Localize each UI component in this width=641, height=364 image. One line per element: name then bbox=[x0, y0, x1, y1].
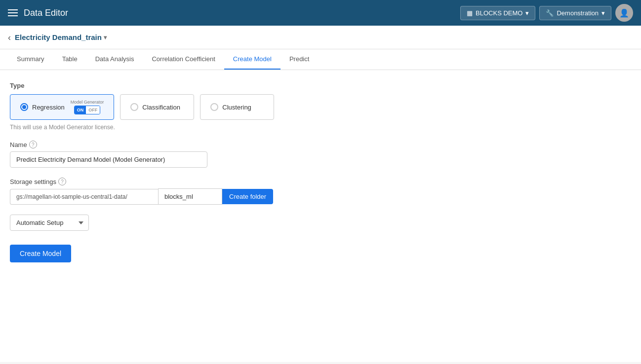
blocks-demo-icon: ▦ bbox=[467, 9, 473, 17]
create-folder-button[interactable]: Create folder bbox=[222, 189, 273, 204]
demonstration-chevron: ▾ bbox=[601, 9, 605, 17]
regression-radio[interactable] bbox=[20, 103, 28, 111]
main-content: Type Regression Model Generator ON OFF C… bbox=[0, 70, 641, 362]
avatar-icon: 👤 bbox=[619, 8, 629, 18]
blocks-demo-button[interactable]: ▦ BLOCKS DEMO ▾ bbox=[460, 6, 535, 20]
tab-table[interactable]: Table bbox=[53, 49, 86, 70]
name-section: Name ? bbox=[10, 141, 631, 168]
storage-row: Create folder bbox=[10, 188, 631, 205]
classification-radio[interactable] bbox=[130, 103, 138, 111]
type-option-regression[interactable]: Regression Model Generator ON OFF bbox=[10, 94, 114, 120]
back-button[interactable]: ‹ bbox=[8, 33, 11, 42]
dataset-dropdown-arrow[interactable]: ▾ bbox=[104, 34, 107, 41]
hamburger-menu[interactable] bbox=[8, 9, 18, 16]
type-section: Type Regression Model Generator ON OFF C… bbox=[10, 82, 631, 131]
storage-help-icon[interactable]: ? bbox=[58, 178, 66, 185]
toggle-off[interactable]: OFF bbox=[86, 106, 100, 114]
user-avatar[interactable]: 👤 bbox=[615, 4, 633, 22]
demonstration-button[interactable]: 🔧 Demonstration ▾ bbox=[539, 6, 611, 20]
clustering-radio[interactable] bbox=[210, 103, 218, 111]
toggle-switch[interactable]: ON OFF bbox=[74, 106, 101, 114]
name-input[interactable] bbox=[10, 151, 207, 168]
storage-field-label: Storage settings ? bbox=[10, 178, 631, 185]
regression-label: Regression bbox=[32, 104, 65, 111]
app-title: Data Editor bbox=[24, 8, 68, 18]
create-model-button[interactable]: Create Model bbox=[10, 245, 71, 262]
setup-dropdown[interactable]: Automatic Setup Manual Setup bbox=[10, 215, 89, 231]
type-label: Type bbox=[10, 82, 631, 89]
tab-create-model[interactable]: Create Model bbox=[224, 49, 280, 70]
dataset-name: Electricity Demand_train ▾ bbox=[15, 33, 107, 41]
wrench-icon: 🔧 bbox=[546, 9, 554, 17]
type-options: Regression Model Generator ON OFF Classi… bbox=[10, 94, 631, 120]
model-generator-toggle[interactable]: Model Generator ON OFF bbox=[71, 100, 104, 114]
storage-folder-input[interactable] bbox=[158, 188, 222, 205]
name-help-icon[interactable]: ? bbox=[29, 141, 37, 148]
toggle-on[interactable]: ON bbox=[75, 106, 86, 114]
sub-header: ‹ Electricity Demand_train ▾ bbox=[0, 26, 641, 49]
type-option-classification[interactable]: Classification bbox=[120, 94, 194, 120]
blocks-demo-chevron: ▾ bbox=[525, 9, 529, 17]
toggle-title: Model Generator bbox=[71, 100, 104, 105]
tab-data-analysis[interactable]: Data Analysis bbox=[86, 49, 143, 70]
name-field-label: Name ? bbox=[10, 141, 631, 148]
type-option-clustering[interactable]: Clustering bbox=[200, 94, 274, 120]
license-note: This will use a Model Generator license. bbox=[10, 124, 631, 131]
storage-section: Storage settings ? Create folder bbox=[10, 178, 631, 205]
clustering-label: Clustering bbox=[222, 104, 251, 111]
setup-section: Automatic Setup Manual Setup bbox=[10, 215, 631, 231]
tabs-bar: Summary Table Data Analysis Correlation … bbox=[0, 49, 641, 70]
top-navigation: Data Editor ▦ BLOCKS DEMO ▾ 🔧 Demonstrat… bbox=[0, 0, 641, 26]
storage-path-input[interactable] bbox=[10, 189, 158, 205]
tab-summary[interactable]: Summary bbox=[8, 49, 53, 70]
tab-predict[interactable]: Predict bbox=[280, 49, 318, 70]
tab-correlation-coefficient[interactable]: Correlation Coefficient bbox=[143, 49, 224, 70]
classification-label: Classification bbox=[142, 104, 180, 111]
